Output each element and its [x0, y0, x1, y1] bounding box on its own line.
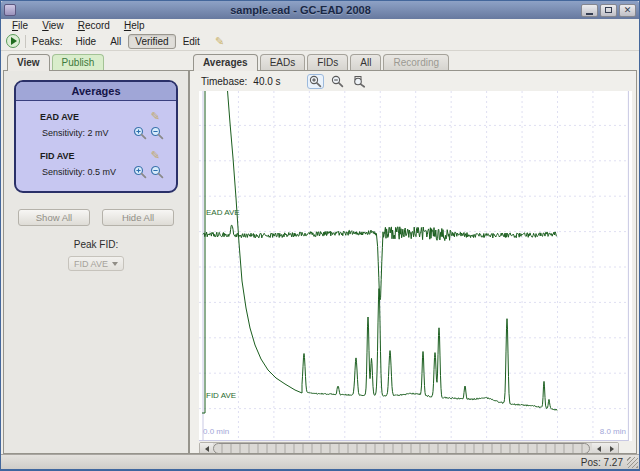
horizontal-scrollbar[interactable]: [199, 442, 619, 454]
toolbar-separator: [25, 35, 26, 48]
position-readout: Pos: 7.27: [581, 457, 623, 468]
x-axis-end-label: 8.0 min: [600, 427, 626, 436]
chart-area[interactable]: EAD AVE FID AVE 0.0 min 8.0 min: [199, 91, 632, 441]
maximize-button[interactable]: [600, 4, 617, 17]
peak-fid-label: Peak FID:: [4, 239, 188, 250]
view-tab-page: Averages EAD AVE ✎ Sensitivity: 2 mV FI: [3, 71, 189, 454]
zoom-out-icon: [331, 75, 344, 88]
minimize-icon: [586, 13, 593, 15]
x-axis-start-label: 0.0 min: [203, 427, 229, 436]
channel-fid-label: FID AVE: [40, 151, 75, 161]
fid-trace-label: FID AVE: [206, 391, 236, 400]
timebase-zoom-out-button[interactable]: [329, 74, 346, 89]
show-all-button[interactable]: Show All: [18, 209, 90, 226]
fid-edit-pencil-icon[interactable]: ✎: [151, 149, 160, 162]
ead-zoom-out-icon[interactable]: [150, 126, 164, 140]
scrollbar-thumb[interactable]: [213, 443, 590, 454]
edit-pencil-icon[interactable]: ✎: [215, 35, 224, 48]
left-panel: View Publish Averages EAD AVE ✎ Sensitiv…: [1, 51, 189, 454]
timebase-label: Timebase:: [201, 76, 247, 87]
tab-averages[interactable]: Averages: [193, 54, 258, 71]
play-icon: [11, 37, 17, 45]
scroll-left-stepper-2[interactable]: [592, 443, 605, 454]
left-tabs: View Publish: [3, 53, 189, 71]
fid-zoom-in-icon[interactable]: [133, 165, 147, 179]
scroll-left-stepper[interactable]: [200, 443, 213, 454]
scroll-right-stepper[interactable]: [605, 443, 618, 454]
timebase-row: Timebase: 40.0 s: [190, 71, 636, 91]
app-window: sample.ead - GC-EAD 2008 ✕ File View Rec…: [0, 0, 640, 471]
arrow-left-icon: [597, 446, 601, 452]
app-icon: [4, 4, 16, 16]
peaks-all-button[interactable]: All: [103, 34, 128, 49]
close-icon: ✕: [624, 5, 632, 15]
right-tabs: Averages EADs FIDs All Recording: [189, 53, 637, 71]
right-panel: Averages EADs FIDs All Recording Timebas…: [189, 51, 639, 454]
maximize-icon: [605, 7, 612, 13]
close-button[interactable]: ✕: [619, 4, 636, 17]
tab-publish[interactable]: Publish: [52, 54, 105, 70]
resize-grip[interactable]: [627, 457, 638, 468]
tab-all[interactable]: All: [350, 54, 381, 70]
window-title: sample.ead - GC-EAD 2008: [20, 4, 581, 16]
averages-panel-title: Averages: [16, 82, 176, 101]
play-button[interactable]: [6, 34, 20, 48]
titlebar[interactable]: sample.ead - GC-EAD 2008 ✕: [1, 1, 639, 19]
peaks-hide-button[interactable]: Hide: [69, 34, 104, 49]
timebase-zoom-fit-button[interactable]: [351, 74, 368, 89]
peak-fid-dropdown[interactable]: FID AVE: [68, 256, 124, 271]
averages-tab-page: Timebase: 40.0 s: [189, 71, 637, 454]
menubar: File View Record Help: [1, 19, 639, 32]
fid-zoom-out-icon[interactable]: [150, 165, 164, 179]
tab-fids[interactable]: FIDs: [307, 54, 348, 70]
menu-view[interactable]: View: [35, 20, 71, 31]
peaks-verified-toggle[interactable]: Verified: [128, 34, 175, 49]
channel-ead-label: EAD AVE: [40, 112, 79, 122]
hide-all-button[interactable]: Hide All: [102, 209, 174, 226]
menu-record[interactable]: Record: [71, 20, 117, 31]
tab-eads[interactable]: EADs: [260, 54, 306, 70]
menu-help[interactable]: Help: [117, 20, 152, 31]
peaks-edit-button[interactable]: Edit: [176, 34, 207, 49]
ead-sensitivity-label: Sensitivity: 2 mV: [42, 128, 109, 138]
chart-canvas: [199, 91, 632, 441]
toolbar: Peaks: Hide All Verified Edit ✎: [1, 32, 639, 51]
peak-fid-dropdown-value: FID AVE: [74, 259, 108, 269]
timebase-zoom-in-button[interactable]: [307, 74, 324, 89]
tab-view[interactable]: View: [7, 54, 50, 71]
content-area: View Publish Averages EAD AVE ✎ Sensitiv…: [1, 51, 639, 454]
peaks-label: Peaks:: [32, 36, 63, 47]
zoom-fit-icon: [353, 75, 366, 88]
minimize-button[interactable]: [581, 4, 598, 17]
ead-edit-pencil-icon[interactable]: ✎: [151, 110, 160, 123]
fid-sensitivity-label: Sensitivity: 0.5 mV: [42, 167, 116, 177]
menu-file[interactable]: File: [5, 20, 35, 31]
tab-recording: Recording: [383, 54, 449, 70]
ead-zoom-in-icon[interactable]: [133, 126, 147, 140]
ead-trace-label: EAD AVE: [206, 208, 240, 217]
averages-panel: Averages EAD AVE ✎ Sensitivity: 2 mV FI: [14, 80, 178, 193]
arrow-right-icon: [610, 446, 614, 452]
timebase-value: 40.0 s: [253, 76, 280, 87]
arrow-left-icon: [205, 446, 209, 452]
statusbar: Pos: 7.27: [1, 454, 639, 469]
zoom-in-icon: [309, 75, 322, 88]
chevron-down-icon: [112, 262, 118, 266]
